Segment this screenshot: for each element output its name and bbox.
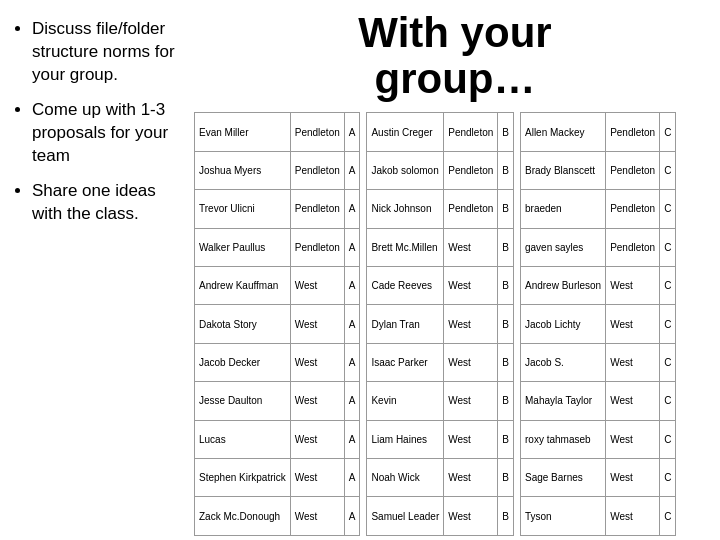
table-row: Allen MackeyPendletonC [520, 113, 675, 151]
table-row: Dylan TranWestB [367, 305, 514, 343]
table-cell: B [498, 305, 514, 343]
table-row: Andrew BurlesonWestC [520, 267, 675, 305]
table-row: Walker PaullusPendletonA [195, 228, 360, 266]
table-row: Andrew KauffmanWestA [195, 267, 360, 305]
table-cell: B [498, 420, 514, 458]
table-cell: Sage Barnes [520, 459, 605, 497]
table-cell: West [444, 228, 498, 266]
table-cell: Jacob S. [520, 343, 605, 381]
table-row: Samuel LeaderWestB [367, 497, 514, 536]
table-cell: A [344, 459, 360, 497]
table-cell: Lucas [195, 420, 291, 458]
table-cell: B [498, 151, 514, 189]
table-cell: West [444, 420, 498, 458]
table-cell: Brett Mc.Millen [367, 228, 444, 266]
table-row: braedenPendletonC [520, 190, 675, 228]
table-cell: Dakota Story [195, 305, 291, 343]
table-cell: C [660, 267, 676, 305]
table-cell: West [444, 267, 498, 305]
table-row: Brett Mc.MillenWestB [367, 228, 514, 266]
table-cell: Andrew Burleson [520, 267, 605, 305]
bullet-list: Discuss file/folder structure norms for … [12, 18, 178, 226]
table-cell: West [606, 343, 660, 381]
table-cell: Jacob Lichty [520, 305, 605, 343]
table-row: Joshua MyersPendletonA [195, 151, 360, 189]
table-cell: C [660, 190, 676, 228]
table-cell: West [444, 459, 498, 497]
bullet-item-2: Come up with 1-3 proposals for your team [32, 99, 178, 168]
table-cell: Pendleton [290, 190, 344, 228]
table-cell: C [660, 228, 676, 266]
table-cell: Pendleton [606, 228, 660, 266]
table-cell: Dylan Tran [367, 305, 444, 343]
table-row: Isaac ParkerWestB [367, 343, 514, 381]
table-cell: A [344, 151, 360, 189]
table-cell: C [660, 420, 676, 458]
table-cell: West [606, 382, 660, 420]
table-cell: Noah Wick [367, 459, 444, 497]
table-cell: Pendleton [290, 151, 344, 189]
tables-area: Evan MillerPendletonAJoshua MyersPendlet… [190, 108, 720, 540]
table-row: LucasWestA [195, 420, 360, 458]
table-cell: B [498, 459, 514, 497]
table-row: Trevor UlicniPendletonA [195, 190, 360, 228]
table-cell: Jakob solomon [367, 151, 444, 189]
table-cell: C [660, 459, 676, 497]
table-cell: A [344, 113, 360, 151]
table-group-c: Allen MackeyPendletonCBrady BlanscettPen… [520, 112, 676, 536]
table-cell: West [606, 420, 660, 458]
table-cell: Zack Mc.Donough [195, 497, 291, 536]
table-cell: A [344, 497, 360, 536]
table-cell: Isaac Parker [367, 343, 444, 381]
table-row: Jesse DaultonWestA [195, 382, 360, 420]
table-row: Cade ReevesWestB [367, 267, 514, 305]
table-cell: B [498, 267, 514, 305]
table-cell: C [660, 113, 676, 151]
table-row: Mahayla TaylorWestC [520, 382, 675, 420]
table-cell: B [498, 497, 514, 536]
table-cell: Samuel Leader [367, 497, 444, 536]
table-cell: West [290, 343, 344, 381]
table-row: Zack Mc.DonoughWestA [195, 497, 360, 536]
table-cell: Pendleton [444, 151, 498, 189]
table-cell: West [444, 382, 498, 420]
table-row: Brady BlanscettPendletonC [520, 151, 675, 189]
table-cell: Liam Haines [367, 420, 444, 458]
table-cell: B [498, 113, 514, 151]
left-panel: Discuss file/folder structure norms for … [0, 0, 190, 540]
table-cell: West [290, 305, 344, 343]
table-cell: A [344, 382, 360, 420]
table-cell: Jacob Decker [195, 343, 291, 381]
table-cell: Walker Paullus [195, 228, 291, 266]
table-cell: braeden [520, 190, 605, 228]
table-cell: West [290, 497, 344, 536]
table-row: Jacob DeckerWestA [195, 343, 360, 381]
table-row: Dakota StoryWestA [195, 305, 360, 343]
table-cell: Pendleton [290, 113, 344, 151]
table-cell: West [606, 459, 660, 497]
table-cell: Kevin [367, 382, 444, 420]
table-cell: West [444, 497, 498, 536]
table-cell: Brady Blanscett [520, 151, 605, 189]
table-cell: Pendleton [444, 113, 498, 151]
table-cell: Nick Johnson [367, 190, 444, 228]
table-cell: C [660, 305, 676, 343]
table-cell: A [344, 267, 360, 305]
header-title: With your group… [190, 10, 720, 102]
table-cell: A [344, 305, 360, 343]
table-row: roxy tahmasebWestC [520, 420, 675, 458]
table-cell: Pendleton [606, 190, 660, 228]
table-group-b: Austin CregerPendletonBJakob solomonPend… [366, 112, 514, 536]
table-cell: B [498, 190, 514, 228]
table-row: Noah WickWestB [367, 459, 514, 497]
bullet-item-1: Discuss file/folder structure norms for … [32, 18, 178, 87]
table-cell: West [444, 305, 498, 343]
table-row: Evan MillerPendletonA [195, 113, 360, 151]
table-cell: B [498, 343, 514, 381]
table-row: Jacob S.WestC [520, 343, 675, 381]
table-cell: West [290, 267, 344, 305]
table-cell: Allen Mackey [520, 113, 605, 151]
table-cell: C [660, 343, 676, 381]
bullet-item-3: Share one ideas with the class. [32, 180, 178, 226]
table-group-a: Evan MillerPendletonAJoshua MyersPendlet… [194, 112, 360, 536]
